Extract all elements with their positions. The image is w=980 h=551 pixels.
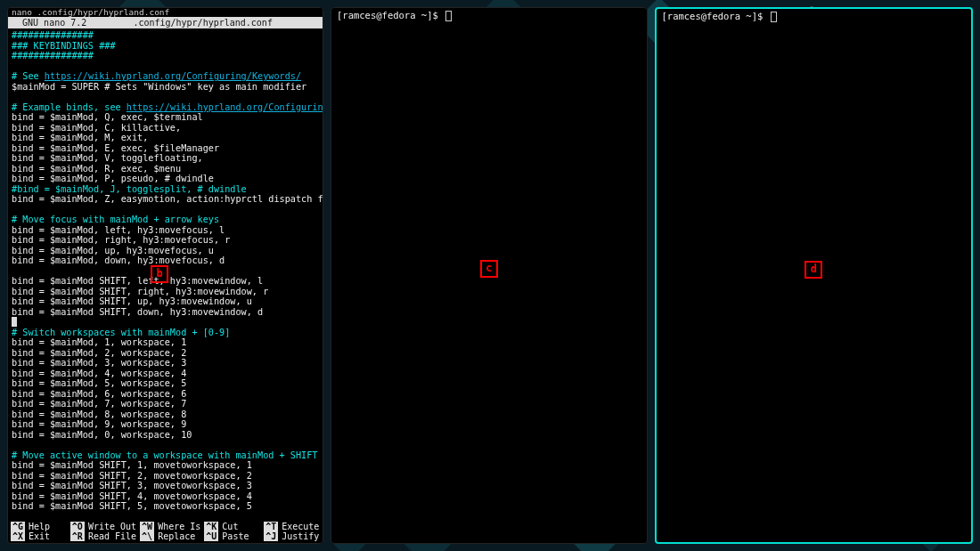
editor-line: bind = $mainMod SHIFT, 4, movetoworkspac… bbox=[12, 491, 252, 501]
editor-line: bind = $mainMod SHIFT, 5, movetoworkspac… bbox=[12, 501, 252, 511]
shortcut-key: ^U bbox=[204, 531, 218, 541]
nano-shortcut-cut[interactable]: ^KCut bbox=[204, 522, 260, 531]
shell-prompt: [ramces@fedora ~]$ bbox=[662, 12, 769, 22]
cursor-icon bbox=[771, 12, 777, 22]
nano-program-name: GNU nano 7.2 bbox=[12, 18, 86, 28]
editor-line: bind = $mainMod SHIFT, left, hy3:movewin… bbox=[12, 276, 263, 286]
shortcut-key: ^W bbox=[140, 522, 154, 531]
editor-line: bind = $mainMod SHIFT, right, hy3:movewi… bbox=[12, 287, 268, 296]
editor-line: # Switch workspaces with mainMod + [0-9] bbox=[12, 328, 230, 337]
editor-line: bind = $mainMod, up, hy3:movefocus, u bbox=[12, 246, 214, 255]
editor-url: https://wiki.hyprland.org/Configuring/Bi… bbox=[127, 102, 323, 112]
shortcut-key: ^K bbox=[204, 522, 218, 531]
shortcut-label: Cut bbox=[222, 522, 238, 531]
nano-filename: .config/hypr/hyprland.conf bbox=[86, 18, 319, 28]
annotation-b: b bbox=[151, 265, 168, 283]
nano-shortcut-writeout[interactable]: ^OWrite Out bbox=[70, 522, 136, 531]
editor-line: bind = $mainMod, 5, workspace, 5 bbox=[12, 378, 186, 388]
terminal-window-3[interactable]: [ramces@fedora ~]$ d bbox=[655, 7, 974, 544]
nano-shortcut-help[interactable]: ^GHelp bbox=[11, 522, 67, 531]
shortcut-key: ^O bbox=[70, 522, 85, 531]
editor-url: https://wiki.hyprland.org/Configuring/Ke… bbox=[45, 71, 301, 81]
nano-shortcut-exit[interactable]: ^XExit bbox=[11, 531, 67, 541]
shortcut-label: Justify bbox=[282, 531, 319, 541]
window-tab-label: nano .config/hypr/hyprland.conf bbox=[8, 8, 323, 17]
nano-shortcut-paste[interactable]: ^UPaste bbox=[204, 531, 260, 541]
editor-line: ############### bbox=[12, 30, 94, 40]
nano-shortcut-execute[interactable]: ^TExecute bbox=[264, 522, 320, 531]
editor-line: bind = $mainMod, 2, workspace, 2 bbox=[12, 348, 186, 358]
shortcut-label: Read File bbox=[88, 531, 136, 541]
nano-shortcut-readfile[interactable]: ^RRead File bbox=[70, 531, 136, 541]
editor-line: bind = $mainMod, 1, workspace, 1 bbox=[12, 337, 186, 347]
editor-line: bind = $mainMod, down, hy3:movefocus, d bbox=[12, 255, 225, 265]
editor-line: bind = $mainMod SHIFT, down, hy3:movewin… bbox=[12, 307, 263, 317]
nano-shortcut-replace[interactable]: ^\Replace bbox=[140, 531, 200, 541]
editor-line: bind = $mainMod, right, hy3:movefocus, r bbox=[12, 235, 230, 245]
editor-line: bind = $mainMod, Q, exec, $terminal bbox=[12, 112, 203, 122]
shortcut-key: ^T bbox=[264, 522, 278, 531]
editor-line: bind = $mainMod, 3, workspace, 3 bbox=[12, 358, 186, 368]
shortcut-label: Replace bbox=[158, 531, 195, 541]
shortcut-label: Exit bbox=[29, 531, 50, 541]
shortcut-label: Execute bbox=[282, 522, 319, 531]
editor-line: bind = $mainMod, P, pseudo, # dwindle bbox=[12, 174, 214, 183]
shortcut-key: ^\ bbox=[140, 531, 154, 541]
editor-line: bind = $mainMod SHIFT, 3, movetoworkspac… bbox=[12, 481, 252, 490]
editor-line: bind = $mainMod, E, exec, $fileManager bbox=[12, 143, 219, 153]
editor-line: # Move focus with mainMod + arrow keys bbox=[12, 215, 219, 224]
editor-line: $mainMod = SUPER # Sets "Windows" key as… bbox=[12, 82, 306, 92]
shortcut-key: ^G bbox=[11, 522, 25, 531]
editor-line: bind = $mainMod, 0, workspace, 10 bbox=[12, 430, 192, 440]
editor-line: bind = $mainMod, 8, workspace, 8 bbox=[12, 409, 186, 419]
shortcut-label: Where Is bbox=[158, 522, 200, 531]
editor-line: bind = $mainMod, 7, workspace, 7 bbox=[12, 399, 186, 409]
shortcut-label: Help bbox=[29, 522, 50, 531]
nano-footer: ^GHelp ^OWrite Out ^WWhere Is ^KCut ^TEx… bbox=[8, 521, 323, 543]
shell-prompt: [ramces@fedora ~]$ bbox=[337, 11, 444, 21]
editor-line: ############### bbox=[12, 51, 94, 61]
editor-line: bind = $mainMod SHIFT, up, hy3:movewindo… bbox=[12, 296, 252, 306]
nano-shortcut-whereis[interactable]: ^WWhere Is bbox=[140, 522, 200, 531]
annotation-d: d bbox=[804, 261, 822, 279]
annotation-c: c bbox=[480, 260, 498, 278]
terminal-window-nano[interactable]: nano .config/hypr/hyprland.conf GNU nano… bbox=[7, 7, 323, 544]
editor-line: bind = $mainMod, R, exec, $menu bbox=[12, 164, 181, 174]
cursor-icon bbox=[445, 11, 452, 21]
editor-line: bind = $mainMod, left, hy3:movefocus, l bbox=[12, 225, 225, 235]
terminal-window-2[interactable]: [ramces@fedora ~]$ c bbox=[331, 7, 648, 544]
editor-line: bind = $mainMod, Z, easymotion, action:h… bbox=[12, 194, 323, 204]
editor-line: # Move active window to a workspace with… bbox=[12, 450, 323, 460]
editor-line: bind = $mainMod SHIFT, 1, movetoworkspac… bbox=[12, 460, 252, 470]
editor-line: #bind = $mainMod, J, togglesplit, # dwin… bbox=[12, 184, 247, 194]
editor-line: bind = $mainMod, 4, workspace, 4 bbox=[12, 369, 186, 378]
workspace: nano .config/hypr/hyprland.conf GNU nano… bbox=[0, 0, 980, 551]
cursor-icon bbox=[12, 317, 17, 327]
editor-line: # See bbox=[12, 71, 45, 81]
editor-line: bind = $mainMod, 9, workspace, 9 bbox=[12, 419, 186, 429]
editor-line: # Example binds, see bbox=[12, 102, 127, 112]
shortcut-key: ^J bbox=[264, 531, 278, 541]
editor-line: bind = $mainMod, V, togglefloating, bbox=[12, 153, 203, 163]
shortcut-label: Write Out bbox=[88, 522, 136, 531]
shortcut-key: ^X bbox=[11, 531, 25, 541]
shortcut-key: ^R bbox=[70, 531, 85, 541]
editor-line: bind = $mainMod, M, exit, bbox=[12, 133, 148, 142]
editor-line: ### KEYBINDINGS ### bbox=[12, 41, 116, 51]
nano-titlebar: GNU nano 7.2 .config/hypr/hyprland.conf bbox=[8, 17, 323, 28]
editor-line: bind = $mainMod SHIFT, 2, movetoworkspac… bbox=[12, 471, 252, 481]
editor-line: bind = $mainMod, 6, workspace, 6 bbox=[12, 389, 186, 399]
shortcut-label: Paste bbox=[222, 531, 249, 541]
editor-line: bind = $mainMod, C, killactive, bbox=[12, 123, 181, 133]
nano-shortcut-justify[interactable]: ^JJustify bbox=[264, 531, 320, 541]
